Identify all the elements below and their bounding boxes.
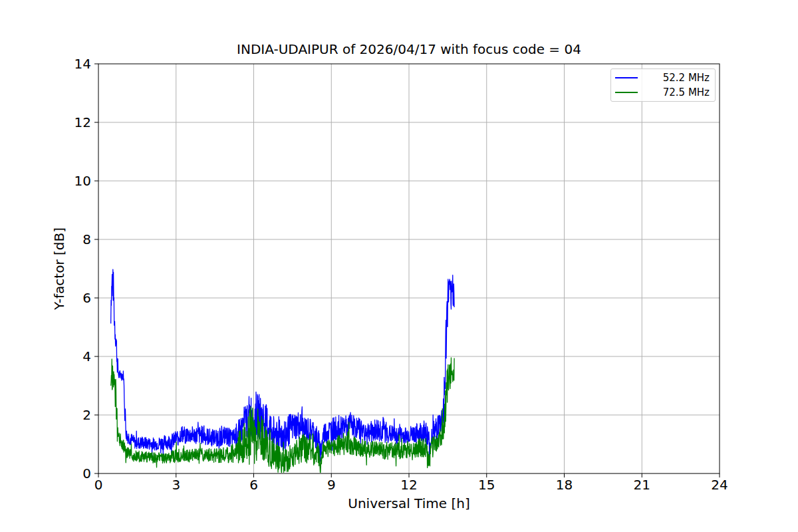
axes-layer [94,64,720,477]
legend-row-72-5-mhz: 72.5 MHz [615,85,710,100]
x-axis-label: Universal Time [h] [98,495,720,512]
legend: 52.2 MHz 72.5 MHz [610,68,716,102]
x-tick-label-24: 24 [711,477,728,493]
x-tick-label-3: 3 [172,477,180,493]
chart-title: INDIA-UDAIPUR of 2026/04/17 with focus c… [98,41,720,57]
y-axis-label-text: Y-factor [dB] [51,227,67,310]
x-tick-label-15: 15 [478,477,495,493]
grid-layer [98,64,720,473]
x-tick-label-12: 12 [400,477,417,493]
y-tick-label-10: 10 [74,173,91,189]
legend-line-icon-blue [615,77,638,78]
figure: 0369121518212402468101214 INDIA-UDAIPUR … [0,0,798,532]
legend-row-52-2-mhz: 52.2 MHz [615,70,710,85]
x-tick-label-0: 0 [94,477,103,493]
y-tick-label-4: 4 [82,348,91,364]
y-tick-label-14: 14 [74,56,91,72]
legend-label: 52.2 MHz [638,73,710,83]
x-tick-label-21: 21 [634,477,650,493]
x-tick-label-18: 18 [556,477,573,493]
legend-line-icon-green [615,92,638,93]
x-tick-label-9: 9 [327,477,336,493]
y-tick-label-8: 8 [82,231,91,247]
y-tick-label-2: 2 [82,407,91,423]
series-layer [111,269,454,472]
y-tick-label-6: 6 [82,290,91,306]
tick-label-layer: 0369121518212402468101214 [74,56,728,493]
y-tick-label-0: 0 [82,466,91,481]
x-tick-label-6: 6 [249,477,258,493]
y-tick-label-12: 12 [74,114,91,130]
legend-label: 72.5 MHz [638,88,710,98]
